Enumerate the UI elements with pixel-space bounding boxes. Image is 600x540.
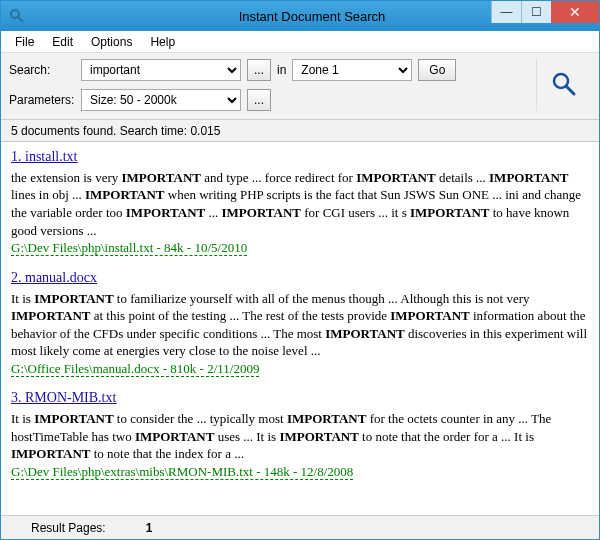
status-bar: 5 documents found. Search time: 0.015 xyxy=(1,120,599,142)
svg-line-1 xyxy=(18,17,23,22)
result-meta: G:\Office Files\manual.docx - 810k - 2/1… xyxy=(11,361,259,377)
toolbar: Search: important ... in Zone 1 Go Param… xyxy=(1,53,599,120)
titlebar: Instant Document Search — ☐ ✕ xyxy=(1,1,599,31)
menu-options[interactable]: Options xyxy=(83,33,140,51)
close-button[interactable]: ✕ xyxy=(551,1,599,23)
window-controls: — ☐ ✕ xyxy=(491,1,599,23)
go-button[interactable]: Go xyxy=(418,59,456,81)
app-icon xyxy=(9,8,25,24)
app-window: Instant Document Search — ☐ ✕ File Edit … xyxy=(0,0,600,540)
result-snippet: the extension is very IMPORTANT and type… xyxy=(11,169,589,239)
result-snippet: It is IMPORTANT to familiarize yourself … xyxy=(11,290,589,360)
toolbar-left: Search: important ... in Zone 1 Go Param… xyxy=(9,59,536,111)
params-row: Parameters: Size: 50 - 2000k ... xyxy=(9,89,536,111)
menu-help[interactable]: Help xyxy=(142,33,183,51)
menu-edit[interactable]: Edit xyxy=(44,33,81,51)
result-item: 3. RMON-MIB.txtIt is IMPORTANT to consid… xyxy=(11,389,589,480)
results-pane[interactable]: 1. install.txtthe extension is very IMPO… xyxy=(1,142,599,515)
magnifier-icon[interactable] xyxy=(550,70,578,101)
result-title[interactable]: 1. install.txt xyxy=(11,148,589,167)
search-label: Search: xyxy=(9,63,75,77)
svg-line-3 xyxy=(566,86,574,94)
pager-label: Result Pages: xyxy=(31,521,106,535)
result-title[interactable]: 3. RMON-MIB.txt xyxy=(11,389,589,408)
result-item: 2. manual.docxIt is IMPORTANT to familia… xyxy=(11,269,589,378)
in-label: in xyxy=(277,63,286,77)
result-snippet: It is IMPORTANT to consider the ... typi… xyxy=(11,410,589,463)
result-title[interactable]: 2. manual.docx xyxy=(11,269,589,288)
pager: Result Pages: 1 xyxy=(1,515,599,539)
params-label: Parameters: xyxy=(9,93,75,107)
params-select[interactable]: Size: 50 - 2000k xyxy=(81,89,241,111)
search-row: Search: important ... in Zone 1 Go xyxy=(9,59,536,81)
result-meta: G:\Dev Files\php\install.txt - 84k - 10/… xyxy=(11,240,247,256)
minimize-button[interactable]: — xyxy=(491,1,521,23)
zone-select[interactable]: Zone 1 xyxy=(292,59,412,81)
menu-file[interactable]: File xyxy=(7,33,42,51)
maximize-button[interactable]: ☐ xyxy=(521,1,551,23)
pager-current: 1 xyxy=(146,521,153,535)
search-input[interactable]: important xyxy=(81,59,241,81)
result-item: 1. install.txtthe extension is very IMPO… xyxy=(11,148,589,257)
params-browse-button[interactable]: ... xyxy=(247,89,271,111)
svg-point-0 xyxy=(11,10,19,18)
status-text: 5 documents found. Search time: 0.015 xyxy=(11,124,220,138)
result-meta: G:\Dev Files\php\extras\mibs\RMON-MIB.tx… xyxy=(11,464,353,480)
toolbar-right xyxy=(536,59,591,111)
menubar: File Edit Options Help xyxy=(1,31,599,53)
search-browse-button[interactable]: ... xyxy=(247,59,271,81)
